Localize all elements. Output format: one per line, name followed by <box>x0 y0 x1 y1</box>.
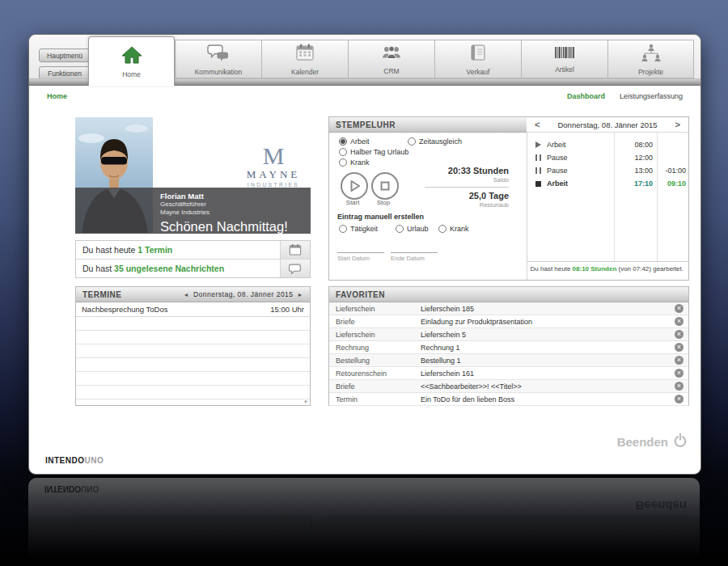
messages-notice-row[interactable]: Du hast 35 ungelesene Nachrichten <box>76 259 310 277</box>
tab-kommunikation[interactable]: Kommunikation <box>175 40 261 78</box>
termine-notice-highlight[interactable]: 1 Termin <box>138 245 172 255</box>
favorite-row[interactable]: Termin Ein ToDo für den lieben Boss × <box>329 393 688 406</box>
resturlaub-value: 25,0 Tage <box>425 191 509 201</box>
breadcrumb-leistungserfassung[interactable]: Leistungserfassung <box>620 92 683 100</box>
log-date-nav: < Donnerstag, 08. Jänner 2015 > <box>527 117 688 133</box>
remove-favorite-icon[interactable]: × <box>675 382 684 391</box>
favorite-type: Bestellung <box>336 357 421 365</box>
favorite-type: Briefe <box>336 382 421 391</box>
tab-crm[interactable]: CRM <box>348 40 434 78</box>
termine-title: TERMINE <box>83 290 122 299</box>
favorite-type: Retourenschein <box>336 370 421 378</box>
log-prev-day-icon[interactable]: < <box>535 117 540 133</box>
remove-favorite-icon[interactable]: × <box>675 343 684 352</box>
log-entry-time: 12:00 <box>614 154 657 162</box>
reflection-brand-light: UNO <box>81 484 99 493</box>
beenden-button[interactable]: Beenden <box>617 433 688 450</box>
end-date-input[interactable] <box>391 243 438 253</box>
logo-subtitle: INDUSTRIES <box>225 182 322 188</box>
remove-favorite-icon[interactable]: × <box>675 395 684 403</box>
start-date-input[interactable] <box>337 243 384 253</box>
saldo-label: Saldo <box>425 176 509 184</box>
tab-home[interactable]: Home <box>88 36 175 86</box>
mode-option-arbeit[interactable]: Arbeit <box>339 137 370 146</box>
mode-radio-zeitausgleich[interactable] <box>408 137 416 146</box>
log-next-day-icon[interactable]: > <box>675 117 680 133</box>
favorite-row[interactable]: Briefe Einladung zur Produktpräsentation… <box>329 315 688 328</box>
manual-option-urlaub[interactable]: Urlaub <box>396 225 429 233</box>
manual-label-taetigkeit: Tätigkeit <box>350 225 378 233</box>
log-entry-time: 17:10 <box>614 180 657 188</box>
mode-option-halber-tag-urlaub[interactable]: Halber Tag Urlaub <box>339 148 408 156</box>
manual-radio-taetigkeit[interactable] <box>339 225 347 233</box>
favorite-row[interactable]: Retourenschein Lieferschein 161 × <box>329 367 688 380</box>
favorite-row[interactable]: Briefe <<Sachbearbeiter>>! <<Titel>> × <box>329 380 688 393</box>
log-entry-delta: 09:10 <box>657 180 690 188</box>
tab-projekte[interactable]: Projekte <box>607 40 694 78</box>
resturlaub-label: Resturlaub <box>425 201 509 209</box>
profile-name: Florian Matt <box>160 192 304 201</box>
log-row: Arbeit 08:00 <box>527 138 690 151</box>
mode-radio-halber-tag-urlaub[interactable] <box>339 148 347 156</box>
org-chart-icon <box>641 43 662 65</box>
start-button[interactable] <box>341 172 368 200</box>
termine-empty-row <box>76 386 310 399</box>
mode-label-krank: Krank <box>350 158 370 167</box>
tab-artikel-label: Artikel <box>555 65 574 74</box>
stop-button[interactable] <box>371 172 399 200</box>
favorite-row[interactable]: Rechnung Rechnung 1 × <box>329 341 688 354</box>
brand-light: UNO <box>85 456 104 465</box>
favoriten-panel: FAVORITEN Lieferschein Lieferschein 185 … <box>328 286 689 406</box>
messages-shortcut-button[interactable] <box>280 260 310 277</box>
power-icon <box>673 433 688 450</box>
remove-favorite-icon[interactable]: × <box>675 356 684 365</box>
mode-option-krank[interactable]: Krank <box>339 158 370 167</box>
remove-favorite-icon[interactable]: × <box>675 304 684 313</box>
tab-projekte-label: Projekte <box>638 68 663 76</box>
prev-day-icon[interactable]: ◄ <box>184 292 189 298</box>
mode-radio-krank[interactable] <box>339 158 347 167</box>
appointment-row[interactable]: Nachbesprechung ToDos 15:00 Uhr <box>76 302 310 317</box>
remove-favorite-icon[interactable]: × <box>675 330 684 339</box>
favoriten-title: FAVORITEN <box>336 290 385 299</box>
breadcrumb-dashboard[interactable]: Dashboard <box>567 92 605 100</box>
pause-icon <box>535 154 541 161</box>
remove-favorite-icon[interactable]: × <box>675 369 684 378</box>
remove-favorite-icon[interactable]: × <box>675 317 684 326</box>
tab-crm-label: CRM <box>383 67 399 75</box>
favorite-row[interactable]: Bestellung Bestellung 1 × <box>329 354 688 367</box>
manual-label-krank: Krank <box>450 225 469 233</box>
log-summary-prefix: Du hast heute <box>531 265 573 272</box>
tab-artikel[interactable]: Artikel <box>521 40 607 78</box>
scroll-down-icon[interactable]: ▼ <box>303 399 308 404</box>
manual-label-urlaub: Urlaub <box>407 225 429 233</box>
termine-empty-row <box>76 344 310 358</box>
tab-kalender[interactable]: Kalender <box>261 40 348 78</box>
breadcrumb-home[interactable]: Home <box>47 92 67 100</box>
termine-panel: TERMINE ◄ Donnerstag, 08. Jänner 2015 ► … <box>75 286 311 406</box>
tab-verkauf[interactable]: Verkauf <box>434 40 521 78</box>
manual-option-krank[interactable]: Krank <box>438 225 469 233</box>
manual-option-taetigkeit[interactable]: Tätigkeit <box>339 225 378 233</box>
manual-radio-urlaub[interactable] <box>396 225 404 233</box>
calendar-shortcut-button[interactable] <box>280 241 310 259</box>
messages-notice-highlight[interactable]: 35 ungelesene Nachrichten <box>114 264 224 273</box>
log-summary-suffix: (von 07:42) gearbeitet. <box>616 265 684 272</box>
stop-button-label: Stop <box>370 199 397 206</box>
manual-radio-krank[interactable] <box>438 225 447 233</box>
beenden-label: Beenden <box>617 435 668 449</box>
messages-notice-text: Du hast 35 ungelesene Nachrichten <box>76 264 280 273</box>
mode-radio-arbeit[interactable] <box>339 137 347 146</box>
stempeluhr-panel: STEMPELUHR < Donnerstag, 08. Jänner 2015… <box>328 116 689 281</box>
mode-option-zeitausgleich[interactable]: Zeitausgleich <box>408 137 462 146</box>
favorite-row[interactable]: Lieferschein Lieferschein 5 × <box>329 328 688 341</box>
tab-verkauf-label: Verkauf <box>467 68 490 76</box>
favorite-row[interactable]: Lieferschein Lieferschein 185 × <box>329 302 688 315</box>
favorite-name: Lieferschein 161 <box>421 370 675 378</box>
termine-notice-row[interactable]: Du hast heute 1 Termin <box>76 241 310 259</box>
hauptmenu-button[interactable]: Hauptmenü <box>39 49 91 62</box>
log-summary-hours: 08:10 Stunden <box>573 265 617 272</box>
next-day-icon[interactable]: ► <box>298 292 303 298</box>
termine-date-nav: ◄ Donnerstag, 08. Jänner 2015 ► <box>184 290 303 298</box>
hauptmenu-label: Hauptmenü <box>47 52 83 60</box>
